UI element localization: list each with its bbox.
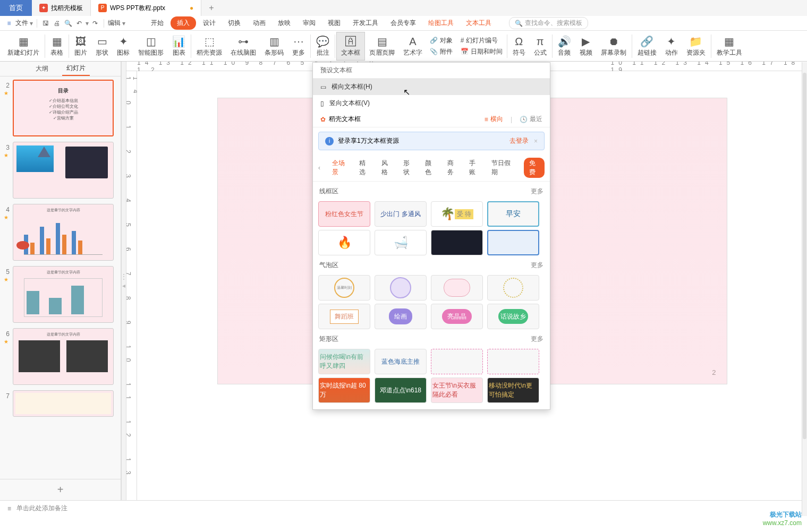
tile[interactable]: 🌴受 待 — [431, 201, 483, 227]
rb-object[interactable]: 🔗对象 #幻灯片编号 — [430, 36, 503, 45]
menu-devtools[interactable]: 开发工具 — [347, 17, 384, 29]
close-icon[interactable]: × — [534, 138, 538, 145]
rb-resources[interactable]: 📁资源夹 — [682, 32, 710, 61]
tile[interactable] — [487, 275, 539, 301]
filter-free[interactable]: 免费 — [524, 158, 545, 178]
outline-tab[interactable]: 大纲 — [31, 62, 53, 75]
tile[interactable]: 🛁 — [375, 230, 427, 255]
template-tab[interactable]: ✦ 找稻壳模板 — [32, 0, 91, 16]
file-menu[interactable]: 文件 — [15, 19, 28, 28]
menu-animation[interactable]: 动画 — [248, 17, 271, 29]
gallery-more-link[interactable]: 更多 — [531, 261, 543, 270]
go-login-link[interactable]: 去登录 — [509, 136, 529, 145]
filter-all[interactable]: 全场景 — [332, 159, 347, 177]
menu-insert[interactable]: 插入 — [171, 16, 196, 30]
tile[interactable]: 舞蹈班 — [318, 304, 370, 329]
slide-thumb-4[interactable]: 这是章节的文字内容 — [13, 204, 114, 261]
gallery-more-link[interactable]: 更多 — [531, 187, 543, 196]
menu-review[interactable]: 审阅 — [298, 17, 321, 29]
filter-business[interactable]: 商务 — [447, 159, 457, 177]
rb-newslide[interactable]: ▦新建幻灯片 — [3, 32, 44, 61]
document-tab[interactable]: P WPS PPT教程.pptx ● — [91, 0, 201, 16]
home-tab[interactable]: 首页 — [0, 0, 32, 16]
command-search[interactable]: 🔍 查找命令、搜索模板 — [509, 17, 588, 29]
new-tab-button[interactable]: + — [201, 3, 221, 13]
rb-attachment[interactable]: 📎附件 📅日期和时间 — [430, 47, 503, 56]
slide-thumb-7[interactable] — [13, 390, 114, 417]
tile[interactable]: 蓝色海底主推 — [375, 349, 427, 374]
tile[interactable]: 实时战报\n超 80 万 — [318, 377, 370, 403]
rb-chart[interactable]: 📊图表 — [168, 32, 190, 61]
rb-table[interactable]: ▦表格 — [46, 32, 67, 61]
rb-teaching[interactable]: ▦教学工具 — [712, 32, 746, 61]
filter-style[interactable]: 风格 — [381, 159, 392, 177]
menu-member[interactable]: 会员专享 — [385, 17, 421, 29]
rb-icon[interactable]: ✦图标 — [113, 32, 134, 61]
tile[interactable]: 少出门 多通风 — [375, 201, 427, 227]
rb-smartart[interactable]: ◫智能图形 — [134, 32, 168, 61]
tile[interactable]: 女王节\n买衣服隔此必看 — [431, 377, 483, 403]
filter-shape[interactable]: 形状 — [403, 159, 413, 177]
add-slide-button[interactable]: + — [0, 479, 121, 500]
dd-orient-horizontal[interactable]: ≡横向 — [485, 115, 503, 124]
filter-holiday[interactable]: 节日假期 — [491, 159, 512, 177]
tile[interactable] — [431, 230, 483, 255]
rb-shape[interactable]: ▭形状 — [91, 32, 113, 61]
rb-barcode[interactable]: ▥条形码 — [260, 32, 288, 61]
menu-transition[interactable]: 切换 — [223, 17, 246, 29]
tile[interactable]: 移动没时代\n更可怕搞定 — [487, 377, 539, 403]
rb-mindmap[interactable]: ⊶在线脑图 — [226, 32, 260, 61]
preview-icon[interactable]: 🔍 — [63, 19, 73, 28]
menu-drawtools[interactable]: 绘图工具 — [423, 17, 459, 29]
tile[interactable] — [487, 349, 539, 374]
tile[interactable]: 亮晶晶 — [431, 304, 483, 329]
menu-texttools[interactable]: 文本工具 — [461, 17, 497, 29]
rb-equation[interactable]: π公式 — [530, 32, 551, 61]
filter-back-icon[interactable]: ‹ — [318, 164, 320, 171]
rb-audio[interactable]: 🔊音频 — [554, 32, 575, 61]
slide-thumb-3[interactable] — [13, 142, 114, 199]
rb-docer[interactable]: ⬚稻壳资源 — [192, 32, 226, 61]
tile[interactable]: 🔥 — [318, 230, 370, 255]
rb-hyperlink[interactable]: 🔗超链接 — [633, 32, 661, 61]
rb-screenrec[interactable]: ⏺屏幕录制 — [597, 32, 631, 61]
rb-textbox[interactable]: 🄰文本框 — [336, 32, 365, 61]
rb-symbol[interactable]: Ω符号 — [508, 32, 530, 61]
gallery-more-link[interactable]: 更多 — [531, 334, 543, 344]
tile[interactable] — [487, 230, 539, 255]
splitter[interactable]: ⋮◂ — [121, 62, 126, 500]
undo-icon[interactable]: ↶ — [74, 19, 84, 28]
tile[interactable]: 温馨时刻 — [318, 275, 370, 301]
filter-featured[interactable]: 精选 — [359, 159, 369, 177]
slide-thumb-6[interactable]: 这是章节的文字内容 — [13, 328, 114, 385]
save-icon[interactable]: 🖫 — [41, 19, 50, 28]
redo-icon[interactable]: ↷ — [90, 19, 100, 28]
menu-slideshow[interactable]: 放映 — [273, 17, 296, 29]
dd-vertical-textbox[interactable]: ▯ 竖向文本框(V) — [313, 95, 550, 111]
tile[interactable]: 粉红色女生节 — [318, 201, 370, 227]
slide-thumb-5[interactable]: 这是章节的文字内容 — [13, 266, 114, 323]
rb-picture[interactable]: 🖼图片 — [70, 32, 91, 61]
menu-icon[interactable]: ≡ — [4, 19, 14, 28]
dd-horizontal-textbox[interactable]: ▭ 横向文本框(H) — [313, 79, 550, 95]
tile[interactable] — [375, 275, 427, 301]
menu-start[interactable]: 开始 — [146, 17, 169, 29]
edit-menu[interactable]: 编辑 — [108, 19, 121, 28]
rb-comment[interactable]: 💬批注 — [312, 32, 334, 61]
rb-wordart[interactable]: A艺术字 — [399, 32, 427, 61]
rb-more[interactable]: ⋯更多 — [288, 32, 309, 61]
filter-color[interactable]: 颜色 — [425, 159, 435, 177]
print-icon[interactable]: 🖨 — [52, 19, 62, 28]
tile[interactable]: 早安 — [487, 201, 539, 227]
menu-view[interactable]: 视图 — [322, 17, 346, 29]
rb-headerfooter[interactable]: ▤页眉页脚 — [365, 32, 399, 61]
dd-recent-button[interactable]: 🕓最近 — [520, 115, 542, 124]
tile[interactable]: 绘画 — [375, 304, 427, 329]
tile[interactable] — [431, 349, 483, 374]
notes-bar[interactable]: ≡ 单击此处添加备注 — [0, 500, 807, 516]
rb-video[interactable]: ▶视频 — [575, 32, 597, 61]
slide-thumb-2[interactable]: 目录 ✓介绍基本信息 ✓介绍公司文化 ✓详细介绍产品 ✓营销方案 — [13, 80, 114, 136]
slides-tab[interactable]: 幻灯片 — [62, 62, 90, 76]
menu-design[interactable]: 设计 — [198, 17, 221, 29]
rb-action[interactable]: ✦动作 — [661, 32, 682, 61]
